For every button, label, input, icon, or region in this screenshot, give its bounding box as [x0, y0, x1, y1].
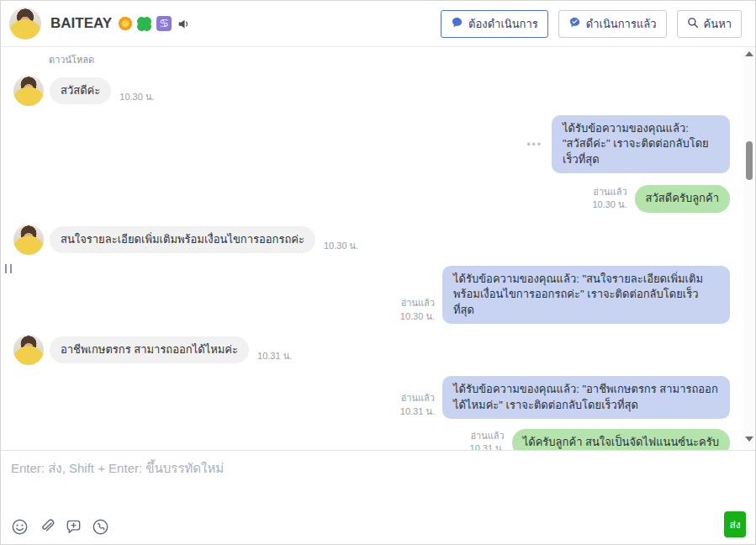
clover-emoji-icon	[137, 17, 151, 31]
sun-emoji-icon	[119, 17, 132, 30]
chat-check-icon	[568, 16, 581, 31]
cancer-emoji-icon: ♋	[156, 16, 172, 31]
pending-filter-label: ต้องดำเนินการ	[468, 15, 538, 33]
outgoing-agent-bubble: สวัสดีครับลูกค้า	[635, 185, 730, 212]
message-meta: อ่านแล้ว 10.31 น.	[470, 430, 505, 450]
chat-bubble-icon	[451, 16, 463, 31]
message-time: 10.30 น.	[324, 238, 358, 253]
read-status: อ่านแล้ว	[401, 297, 435, 310]
attachment-icon[interactable]	[37, 517, 56, 536]
resize-handle-icon[interactable]	[5, 264, 12, 273]
outgoing-auto-bubble: ได้รับข้อความของคุณแล้ว: "สนใจรายละเอียด…	[442, 266, 730, 324]
chat-scroll-area[interactable]: ดาวน์โหลด สวัสดีค่ะ 10.30 น. ••• ได้รับข…	[1, 47, 755, 450]
message-row: อ่านแล้ว 10.30 น. สวัสดีครับลูกค้า	[1, 185, 755, 212]
message-time: 10.31 น.	[470, 442, 505, 450]
outgoing-agent-bubble: ได้ครับลูกค้า สนใจเป็นจัดไฟแนนซ์นะครับ	[512, 429, 730, 450]
contact-name: BAITEAY	[50, 15, 112, 32]
message-time: 10.30 น.	[592, 198, 626, 211]
filter-buttons: ต้องดำเนินการ ดำเนินการแล้ว	[441, 10, 742, 38]
chat-header: BAITEAY ♋ ต้องดำเนินการ	[1, 1, 755, 47]
incoming-message-bubble: สนใจรายละเอียดเพิ่มเติมพร้อมเงื่อนไขการอ…	[50, 226, 315, 253]
done-filter-button[interactable]: ดำเนินการแล้ว	[558, 10, 667, 38]
message-time: 10.31 น.	[257, 348, 292, 363]
composer: ส่ง	[1, 450, 755, 544]
contact-avatar[interactable]	[9, 8, 41, 40]
message-row: สวัสดีค่ะ 10.30 น.	[1, 76, 755, 106]
incoming-message-bubble: อาชีพเกษตรกร สามารถออกได้ไหมค่ะ	[50, 336, 249, 363]
message-meta: อ่านแล้ว 10.31 น.	[400, 392, 435, 418]
scroll-up-icon[interactable]	[745, 51, 753, 56]
scroll-down-icon[interactable]	[745, 437, 753, 442]
message-row: อ่านแล้ว 10.31 น. ได้รับข้อความของคุณแล้…	[1, 376, 755, 419]
scrollbar-thumb[interactable]	[746, 141, 753, 180]
emoji-icon[interactable]	[10, 517, 29, 536]
chat-window: BAITEAY ♋ ต้องดำเนินการ	[0, 0, 756, 545]
contact-badges: ♋	[119, 16, 172, 31]
composer-toolbar	[10, 517, 109, 536]
outgoing-auto-bubble: ได้รับข้อความของคุณแล้ว: "สวัสดีค่ะ" เรา…	[552, 115, 730, 173]
message-input[interactable]	[1, 451, 755, 503]
message-time: 10.30 น.	[119, 89, 154, 104]
quick-reply-icon[interactable]	[64, 517, 82, 536]
message-row: ••• ได้รับข้อความของคุณแล้ว: "สวัสดีค่ะ"…	[1, 115, 755, 173]
notification-sound-icon[interactable]	[177, 18, 192, 30]
message-row: สนใจรายละเอียดเพิ่มเติมพร้อมเงื่อนไขการอ…	[1, 225, 755, 255]
message-row: อ่านแล้ว 10.31 น. ได้ครับลูกค้า สนใจเป็น…	[1, 429, 755, 450]
read-status: อ่านแล้ว	[401, 392, 435, 405]
search-button[interactable]: ค้นหา	[677, 10, 742, 38]
message-row: อาชีพเกษตรกร สามารถออกได้ไหมค่ะ 10.31 น.	[1, 335, 755, 365]
done-filter-label: ดำเนินการแล้ว	[586, 15, 657, 33]
download-label[interactable]: ดาวน์โหลด	[49, 52, 755, 67]
message-meta: อ่านแล้ว 10.30 น.	[592, 186, 626, 212]
search-button-label: ค้นหา	[704, 15, 732, 33]
read-status: อ่านแล้ว	[470, 430, 504, 442]
pending-filter-button[interactable]: ต้องดำเนินการ	[441, 10, 548, 38]
customer-avatar[interactable]	[13, 225, 44, 255]
customer-avatar[interactable]	[13, 76, 44, 106]
message-time: 10.30 น.	[400, 310, 435, 323]
chat-scrollbar[interactable]	[743, 47, 755, 450]
message-time: 10.31 น.	[400, 405, 435, 418]
message-actions-icon[interactable]: •••	[526, 139, 542, 151]
read-status: อ่านแล้ว	[593, 186, 626, 198]
outgoing-auto-bubble: ได้รับข้อความของคุณแล้ว: "อาชีพเกษตรกร ส…	[442, 376, 730, 419]
incoming-message-bubble: สวัสดีค่ะ	[50, 77, 111, 104]
search-icon	[687, 17, 699, 31]
message-row: อ่านแล้ว 10.30 น. ได้รับข้อความของคุณแล้…	[1, 266, 755, 324]
message-meta: อ่านแล้ว 10.30 น.	[400, 297, 435, 323]
customer-avatar[interactable]	[13, 335, 44, 365]
send-button[interactable]: ส่ง	[724, 511, 746, 537]
call-icon[interactable]	[91, 517, 109, 536]
